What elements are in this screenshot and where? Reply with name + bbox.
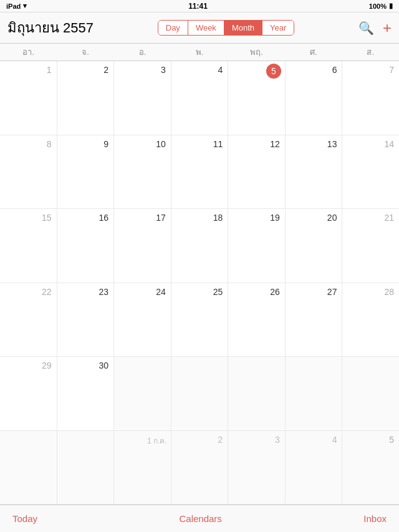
- day-number: 27: [327, 287, 337, 297]
- calendar-week-5: 1 ก.ค.2345: [0, 431, 399, 505]
- day-number: 8: [47, 139, 52, 149]
- year-view-button[interactable]: Year: [262, 21, 294, 35]
- carrier-label: iPad: [6, 2, 21, 10]
- day-number: 21: [384, 213, 394, 223]
- day-number: 30: [99, 360, 109, 370]
- calendar-week-4: 2930: [0, 357, 399, 430]
- day-number: 9: [103, 139, 108, 149]
- day-number: 19: [270, 213, 280, 223]
- calendar-cell-w1d2[interactable]: 10: [114, 135, 171, 209]
- calendar-cell-w0d6[interactable]: 7: [342, 61, 399, 135]
- day-number: 10: [156, 139, 166, 149]
- calendar-cell-w5d4[interactable]: 3: [228, 431, 285, 505]
- day-number: 29: [42, 360, 52, 370]
- calendar-cell-w1d1[interactable]: 9: [57, 135, 114, 209]
- day-number: 23: [99, 287, 109, 297]
- search-icon[interactable]: 🔍: [358, 21, 374, 36]
- calendar-cell-w5d2[interactable]: 1 ก.ค.: [114, 431, 171, 505]
- day-number: 5: [389, 435, 394, 445]
- calendar-cell-w1d3[interactable]: 11: [171, 135, 228, 209]
- day-number: 12: [270, 139, 280, 149]
- day-header-mon: จ.: [57, 44, 113, 61]
- today-button[interactable]: Today: [12, 513, 37, 524]
- day-number: 2: [218, 435, 223, 445]
- day-number: 1: [47, 65, 52, 75]
- calendar-cell-w2d5[interactable]: 20: [286, 209, 342, 283]
- calendar-cell-w2d2[interactable]: 17: [114, 209, 171, 283]
- calendar-cell-w2d4[interactable]: 19: [228, 209, 285, 283]
- day-number: 16: [99, 213, 109, 223]
- calendar-week-3: 22232425262728: [0, 283, 399, 357]
- day-number: 7: [389, 65, 394, 75]
- month-view-button[interactable]: Month: [224, 21, 262, 35]
- day-view-button[interactable]: Day: [158, 21, 188, 35]
- calendar-cell-w3d6[interactable]: 28: [342, 283, 399, 357]
- calendar-cell-w3d2[interactable]: 24: [114, 283, 171, 357]
- day-number: 17: [156, 213, 166, 223]
- day-header-thu: พฤ.: [228, 44, 285, 61]
- calendar-cell-w3d5[interactable]: 27: [286, 283, 342, 357]
- calendar-cell-w3d1[interactable]: 23: [57, 283, 114, 357]
- day-number: 3: [275, 435, 280, 445]
- calendar-cell-w1d6[interactable]: 14: [342, 135, 399, 209]
- calendar-cell-w5d6[interactable]: 5: [342, 431, 399, 505]
- calendar-week-0: 1234567: [0, 61, 399, 135]
- calendar-cell-w4d6[interactable]: [342, 357, 399, 430]
- day-header-sat: ส.: [342, 44, 399, 61]
- calendar-cell-w5d0[interactable]: [0, 431, 57, 505]
- calendar-cell-w4d3[interactable]: [171, 357, 228, 430]
- calendar-cell-w4d1[interactable]: 30: [57, 357, 114, 430]
- day-header-wed: พ.: [171, 44, 228, 61]
- today-badge: 5: [266, 64, 281, 79]
- day-number: 1 ก.ค.: [147, 435, 167, 447]
- calendar-cell-w3d3[interactable]: 25: [171, 283, 228, 357]
- day-number: 6: [332, 65, 337, 75]
- header-actions: 🔍 +: [358, 19, 392, 37]
- month-title: มิถุนายน 2557: [7, 17, 94, 39]
- view-switcher: Day Week Month Year: [158, 20, 295, 36]
- day-number: 14: [384, 139, 394, 149]
- calendar-cell-w1d0[interactable]: 8: [0, 135, 57, 209]
- calendar-cell-w4d2[interactable]: [114, 357, 171, 430]
- battery-icon: ▮: [389, 2, 393, 10]
- day-number: 28: [384, 287, 394, 297]
- calendars-button[interactable]: Calendars: [179, 513, 221, 524]
- day-number: 3: [161, 65, 166, 75]
- day-number: 4: [218, 65, 223, 75]
- add-event-icon[interactable]: +: [383, 19, 392, 37]
- calendar-cell-w0d1[interactable]: 2: [57, 61, 114, 135]
- calendar-cell-w2d0[interactable]: 15: [0, 209, 57, 283]
- day-header-fri: ศ.: [285, 44, 342, 61]
- day-header-tue: อ.: [114, 44, 171, 61]
- day-number: 11: [213, 139, 223, 149]
- calendar-cell-w0d0[interactable]: 1: [0, 61, 57, 135]
- week-view-button[interactable]: Week: [188, 21, 224, 35]
- day-number: 24: [156, 287, 166, 297]
- calendar-cell-w3d4[interactable]: 26: [228, 283, 285, 357]
- calendar-cell-w0d5[interactable]: 6: [286, 61, 342, 135]
- day-number: 2: [103, 65, 108, 75]
- day-number: 18: [213, 213, 223, 223]
- calendar-cell-w5d3[interactable]: 2: [171, 431, 228, 505]
- calendar-cell-w0d2[interactable]: 3: [114, 61, 171, 135]
- day-number: 26: [270, 287, 280, 297]
- calendar-cell-w4d5[interactable]: [286, 357, 342, 430]
- day-number: 25: [213, 287, 223, 297]
- calendar-cell-w3d0[interactable]: 22: [0, 283, 57, 357]
- calendar-cell-w0d3[interactable]: 4: [171, 61, 228, 135]
- calendar-cell-w0d4[interactable]: 5: [228, 61, 285, 135]
- calendar-cell-w4d4[interactable]: [228, 357, 285, 430]
- calendar-cell-w1d4[interactable]: 12: [228, 135, 285, 209]
- calendar-cell-w2d6[interactable]: 21: [342, 209, 399, 283]
- inbox-button[interactable]: Inbox: [363, 513, 387, 524]
- day-headers: อา. จ. อ. พ. พฤ. ศ. ส.: [0, 44, 399, 61]
- day-number: 13: [327, 139, 337, 149]
- calendar-cell-w1d5[interactable]: 13: [286, 135, 342, 209]
- calendar-cell-w5d1[interactable]: [57, 431, 114, 505]
- day-number: 20: [327, 213, 337, 223]
- calendar-cell-w2d3[interactable]: 18: [171, 209, 228, 283]
- calendar-cell-w2d1[interactable]: 16: [57, 209, 114, 283]
- day-number: 4: [332, 435, 337, 445]
- calendar-cell-w4d0[interactable]: 29: [0, 357, 57, 430]
- calendar-cell-w5d5[interactable]: 4: [286, 431, 342, 505]
